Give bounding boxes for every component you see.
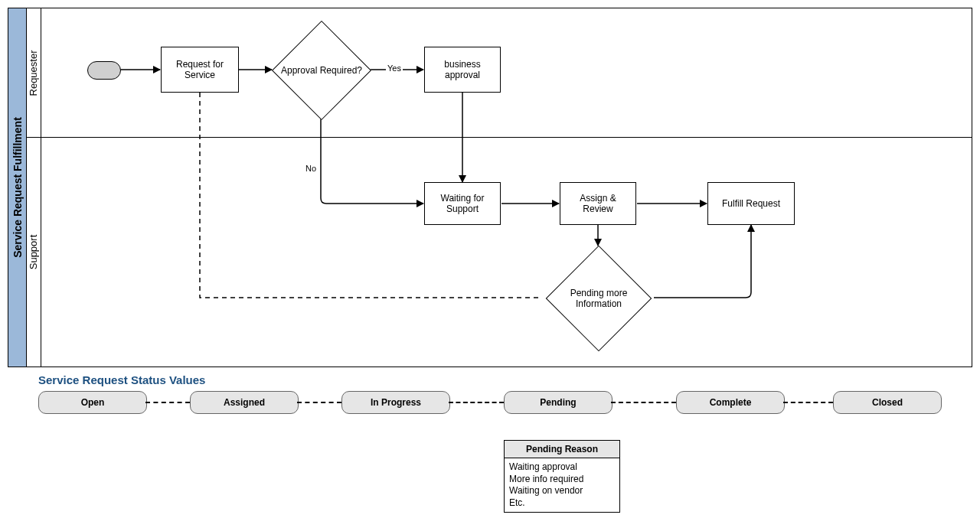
node-assign-review-label: Assign & Review [564, 193, 632, 214]
node-waiting-for-support-label: Waiting for Support [428, 193, 497, 214]
status-complete: Complete [676, 391, 785, 414]
pending-reason-title: Pending Reason [505, 441, 619, 458]
start-event [87, 61, 121, 80]
status-in-progress: In Progress [341, 391, 450, 414]
decision-pending-more-info: Pending more Information [546, 246, 652, 352]
decision-approval-required-label: Approval Required? [279, 65, 364, 76]
status-values-row: Open Assigned In Progress Pending Comple… [8, 391, 972, 422]
status-dash-1 [145, 402, 190, 403]
node-fulfill-request-label: Fulfill Request [722, 198, 780, 209]
pending-reason-item: Waiting on vendor [509, 485, 615, 497]
node-assign-review: Assign & Review [560, 182, 636, 225]
edge-label-yes: Yes [386, 64, 403, 73]
status-pending-label: Pending [540, 397, 576, 408]
node-fulfill-request: Fulfill Request [707, 182, 795, 225]
decision-pending-more-info-label: Pending more Information [557, 288, 641, 309]
node-waiting-for-support: Waiting for Support [424, 182, 501, 225]
status-assigned: Assigned [190, 391, 299, 414]
status-dash-2 [297, 402, 341, 403]
status-open: Open [38, 391, 147, 414]
swimlane-pool: Service Request Fulfillment Requester Su… [8, 8, 972, 367]
node-business-approval-label: business approval [428, 59, 497, 80]
node-request-for-service-label: Request for Service [165, 59, 235, 80]
lane-requester-label: Requester [28, 50, 39, 96]
pending-reason-table: Pending Reason Waiting approval More inf… [504, 440, 620, 513]
status-closed-label: Closed [872, 397, 903, 408]
lane-support-label: Support [28, 235, 39, 270]
pending-reason-item: Etc. [509, 497, 615, 510]
pool-title: Service Request Fulfillment [8, 8, 27, 367]
lane-requester-title: Requester [26, 8, 41, 137]
decision-approval-required: Approval Required? [272, 21, 371, 120]
edge-label-no: No [304, 164, 318, 173]
status-in-progress-label: In Progress [371, 397, 421, 408]
status-pending: Pending [504, 391, 612, 414]
status-dash-5 [783, 402, 833, 403]
status-open-label: Open [81, 397, 105, 408]
pool-title-text: Service Request Fulfillment [11, 117, 24, 258]
status-assigned-label: Assigned [224, 397, 265, 408]
node-request-for-service: Request for Service [161, 47, 239, 93]
node-business-approval: business approval [424, 47, 501, 93]
status-complete-label: Complete [710, 397, 752, 408]
diagram-canvas: Request for Service Approval Required? b… [41, 8, 972, 367]
pending-reason-item: Waiting approval [509, 461, 615, 474]
pending-reason-body: Waiting approval More info required Wait… [505, 458, 619, 512]
status-dash-4 [611, 402, 676, 403]
lane-support-title: Support [26, 137, 41, 367]
status-closed: Closed [833, 391, 942, 414]
status-values-title: Service Request Status Values [38, 373, 972, 386]
pending-reason-item: More info required [509, 474, 615, 486]
status-dash-3 [449, 402, 504, 403]
